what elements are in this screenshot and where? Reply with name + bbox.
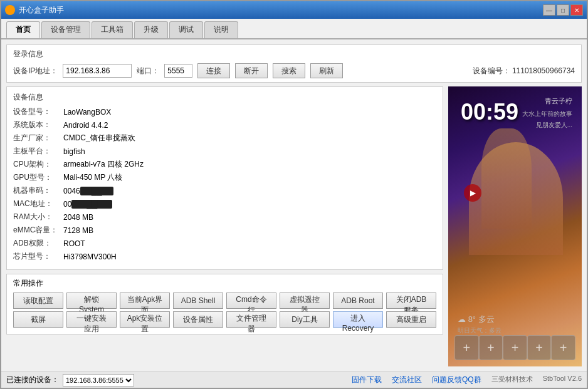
- screen-btn-2[interactable]: +: [479, 335, 503, 360]
- tab-help[interactable]: 说明: [204, 21, 238, 38]
- cpu-value: armeabi-v7a 四核 2GHz: [63, 159, 144, 170]
- device-info-section: 设备信息 设备型号： LaoWangBOX 系统版本： Android 4.4.…: [6, 86, 443, 270]
- board-value: bigfish: [63, 147, 85, 156]
- advanced-reboot-button[interactable]: 高级重启: [386, 311, 436, 328]
- info-row-serial: 机器串码： 0046██: [13, 185, 436, 196]
- status-device: 已连接的设备： 192.168.3.86:5555: [6, 374, 134, 386]
- tab-toolbox[interactable]: 工具箱: [92, 21, 133, 38]
- time-text: 00:59: [461, 99, 518, 125]
- device-select[interactable]: 192.168.3.86:5555: [63, 374, 134, 386]
- info-row-manufacturer: 生产厂家： CMDC_镝任串搅蒸欢: [13, 133, 436, 143]
- cmd-button[interactable]: Cmd命令行: [226, 293, 276, 309]
- info-row-cpu: CPU架构： armeabi-v7a 四核 2GHz: [13, 159, 436, 170]
- info-row-model: 设备型号： LaoWangBOX: [13, 106, 436, 117]
- ram-label: RAM大小：: [13, 212, 63, 222]
- info-row-mac: MAC地址： 00██: [13, 199, 436, 209]
- virtual-remote-button[interactable]: 虚拟遥控器: [280, 293, 330, 309]
- os-value: Android 4.4.2: [63, 121, 108, 130]
- login-row: 设备IP地址： 端口： 连接 断开 搜索 刷新 设备编号： 1110180509…: [13, 63, 575, 78]
- mac-label: MAC地址：: [13, 199, 63, 209]
- tab-bar: 首页 设备管理 工具箱 升级 调试 说明: [1, 19, 587, 39]
- screen-buttons: + + + + +: [448, 335, 582, 360]
- title-bar: 开心盒子助手 — □ ✕: [1, 1, 587, 19]
- one-click-install-button[interactable]: 一键安装应用: [66, 311, 117, 328]
- manufacturer-value: CMDC_镝任串搅蒸欢: [63, 133, 135, 143]
- chip-label: 芯片型号：: [13, 251, 63, 262]
- screen-btn-5[interactable]: +: [551, 335, 575, 360]
- port-label: 端口：: [137, 66, 159, 76]
- info-row-ram: RAM大小： 2048 MB: [13, 212, 436, 222]
- close-adb-button[interactable]: 关闭ADB服务: [386, 293, 436, 309]
- screenshot-button[interactable]: 截屏: [13, 311, 63, 328]
- emmc-value: 7128 MB: [63, 226, 93, 235]
- ops-title: 常用操作: [13, 278, 436, 289]
- tab-home[interactable]: 首页: [6, 21, 40, 38]
- adb-label: ADB权限：: [13, 238, 63, 249]
- connected-label: 已连接的设备：: [6, 375, 59, 385]
- screen-btn-3[interactable]: +: [503, 335, 527, 360]
- current-apk-button[interactable]: 当前Apk界面: [120, 293, 170, 309]
- serial-value: 0046██: [63, 187, 113, 195]
- gpu-label: GPU型号：: [13, 172, 63, 183]
- common-ops-section: 常用操作 读取配置 解锁System 当前Apk界面 ADB Shell Cmd…: [6, 274, 443, 335]
- adb-value: ROOT: [63, 239, 85, 248]
- ip-label: 设备IP地址：: [13, 66, 58, 76]
- login-section-title: 登录信息: [13, 49, 575, 60]
- recovery-button[interactable]: 进入Recovery: [333, 311, 383, 328]
- manufacturer-label: 生产厂家：: [13, 133, 63, 143]
- adb-shell-button[interactable]: ADB Shell: [173, 293, 223, 309]
- model-label: 设备型号：: [13, 106, 63, 117]
- cpu-label: CPU架构：: [13, 159, 63, 170]
- device-info-title: 设备信息: [13, 92, 436, 103]
- file-manager-button[interactable]: 文件管理器: [226, 311, 276, 328]
- emmc-label: eMMC容量：: [13, 225, 63, 236]
- gpu-value: Mali-450 MP 八核: [63, 172, 122, 183]
- close-button[interactable]: ✕: [570, 4, 583, 16]
- title-text: 开心盒子助手: [5, 5, 64, 16]
- os-label: 系统版本：: [13, 120, 63, 130]
- port-input[interactable]: [164, 64, 192, 78]
- window-title: 开心盒子助手: [19, 5, 64, 16]
- serial-label: 机器串码：: [13, 185, 63, 196]
- apk-location-button[interactable]: Apk安装位置: [120, 311, 170, 328]
- maximize-button[interactable]: □: [557, 4, 569, 16]
- main-section: 设备信息 设备型号： LaoWangBOX 系统版本： Android 4.4.…: [6, 86, 582, 366]
- search-button[interactable]: 搜索: [273, 63, 305, 78]
- model-value: LaoWangBOX: [63, 108, 111, 117]
- device-id-value: 111018050966734: [512, 66, 575, 75]
- ram-value: 2048 MB: [63, 213, 93, 222]
- tab-debug[interactable]: 调试: [169, 21, 203, 38]
- ip-input[interactable]: [63, 64, 132, 78]
- tab-upgrade[interactable]: 升级: [134, 21, 168, 38]
- connect-button[interactable]: 连接: [197, 63, 230, 78]
- device-id-label: 设备编号：: [473, 66, 510, 75]
- community-link[interactable]: 交流社区: [392, 375, 422, 385]
- feedback-link[interactable]: 问题反馈QQ群: [432, 375, 481, 385]
- tab-device-mgmt[interactable]: 设备管理: [41, 21, 90, 38]
- minimize-button[interactable]: —: [543, 4, 555, 16]
- preview-image: 00:59 ☁ 8° 多云 明日天气：多云 青云子柠 大水上年前的故事 见朋友爱…: [448, 86, 582, 366]
- drama-text: 青云子柠 大水上年前的故事 见朋友爱人...: [522, 96, 572, 130]
- info-row-adb: ADB权限： ROOT: [13, 238, 436, 249]
- adb-root-button[interactable]: ADB Root: [333, 293, 383, 309]
- unlock-system-button[interactable]: 解锁System: [66, 293, 117, 309]
- preview-panel: 00:59 ☁ 8° 多云 明日天气：多云 青云子柠 大水上年前的故事 见朋友爱…: [448, 86, 582, 366]
- screen-btn-1[interactable]: +: [454, 335, 479, 360]
- disconnect-button[interactable]: 断开: [235, 63, 268, 78]
- mac-value: 00██: [63, 200, 112, 209]
- firmware-link[interactable]: 固件下载: [352, 375, 382, 385]
- chip-value: Hi3798MV300H: [63, 252, 117, 261]
- device-id-area: 设备编号： 111018050966734: [473, 66, 575, 76]
- board-label: 主板平台：: [13, 146, 63, 157]
- diy-tool-button[interactable]: Diy工具: [280, 311, 330, 328]
- screen-btn-4[interactable]: +: [527, 335, 552, 360]
- device-props-button[interactable]: 设备属性: [173, 311, 223, 328]
- refresh-button[interactable]: 刷新: [310, 63, 343, 78]
- info-row-os: 系统版本： Android 4.4.2: [13, 120, 436, 130]
- info-row-chip: 芯片型号： Hi3798MV300H: [13, 251, 436, 262]
- weather-widget: ☁ 8° 多云 明日天气：多云: [458, 314, 501, 335]
- device-info-panel: 设备信息 设备型号： LaoWangBOX 系统版本： Android 4.4.…: [6, 86, 443, 366]
- login-section: 登录信息 设备IP地址： 端口： 连接 断开 搜索 刷新 设备编号： 11101…: [6, 44, 582, 83]
- title-controls: — □ ✕: [543, 4, 583, 16]
- read-config-button[interactable]: 读取配置: [13, 293, 63, 309]
